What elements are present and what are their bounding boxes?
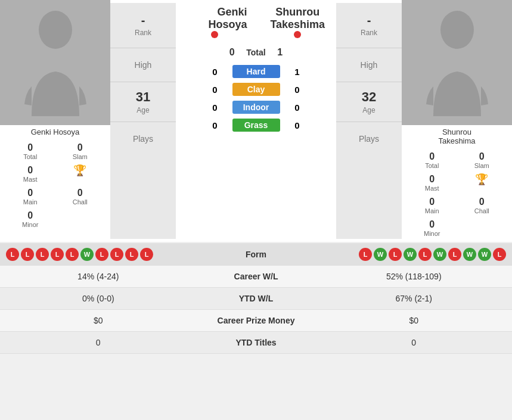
left-rank-label: Rank bbox=[135, 29, 151, 37]
right-player-name: ShunrouTakeshima bbox=[402, 125, 512, 147]
left-age-value: 31 bbox=[136, 89, 150, 105]
stat-center-label-1: YTD W/L bbox=[191, 294, 322, 303]
surface-left-score: 0 bbox=[210, 120, 221, 130]
right-slam-label: Slam bbox=[458, 162, 507, 169]
left-age-block: 31 Age bbox=[110, 82, 176, 122]
right-trophy-cell: 🏆 bbox=[458, 172, 507, 194]
right-age-block: 32 Age bbox=[336, 82, 402, 122]
form-badge: W bbox=[80, 248, 94, 261]
form-badge: L bbox=[493, 248, 506, 261]
surface-left-score: 0 bbox=[210, 67, 221, 77]
right-minor-cell: 0 Minor bbox=[408, 217, 457, 239]
right-age-value: 32 bbox=[362, 89, 376, 105]
left-main-label: Main bbox=[6, 198, 55, 206]
surface-row-clay: 0 Clay 0 bbox=[179, 80, 333, 98]
right-mast-cell: 0 Mast bbox=[408, 172, 457, 194]
form-badge: L bbox=[125, 248, 138, 261]
form-badge: L bbox=[21, 248, 34, 261]
right-player-silhouette bbox=[421, 9, 493, 116]
left-mast-value: 0 bbox=[6, 165, 55, 176]
left-detail-panel: - Rank High 31 Age Plays bbox=[110, 3, 176, 239]
form-badge: L bbox=[448, 248, 461, 261]
bottom-stats: 14% (4-24) Career W/L 52% (118-109) 0% (… bbox=[0, 266, 512, 354]
right-chall-cell: 0 Chall bbox=[458, 195, 507, 216]
left-mast-label: Mast bbox=[6, 176, 55, 183]
form-label: Form bbox=[153, 250, 359, 259]
stats-row-3: 0 YTD Titles 0 bbox=[0, 332, 512, 354]
right-total-value: 0 bbox=[408, 151, 457, 162]
right-slam-value: 0 bbox=[458, 151, 507, 162]
left-player-block: Genki Hosoya 0 Total 0 Slam 0 Mast bbox=[0, 0, 110, 242]
surface-btn-grass[interactable]: Grass bbox=[232, 119, 280, 132]
form-badge: L bbox=[36, 248, 49, 261]
surface-right-score: 1 bbox=[292, 67, 303, 77]
stat-right-val-3: 0 bbox=[322, 338, 507, 347]
surface-rows: 0 Hard 1 0 Clay 0 0 Indoor 0 0 Grass 0 bbox=[179, 63, 333, 134]
form-badge: W bbox=[478, 248, 491, 261]
form-badge: W bbox=[463, 248, 476, 261]
right-player-block: ShunrouTakeshima 0 Total 0 Slam 0 Mast bbox=[402, 0, 512, 242]
form-badge: L bbox=[66, 248, 79, 261]
left-slam-cell: 0 Slam bbox=[56, 141, 105, 162]
right-red-dot bbox=[294, 31, 301, 38]
main-container: Genki Hosoya 0 Total 0 Slam 0 Mast bbox=[0, 0, 512, 354]
stat-left-val-2: $0 bbox=[6, 316, 191, 325]
left-total-label: Total bbox=[6, 153, 55, 160]
form-section: LLLLLWLLLL Form LWLWLWLWWL bbox=[0, 243, 512, 266]
stat-right-val-0: 52% (118-109) bbox=[322, 272, 507, 281]
right-total-score: 1 bbox=[275, 47, 286, 58]
right-player-stats: 0 Total 0 Slam 0 Mast 🏆 0 bbox=[402, 147, 512, 242]
surface-btn-indoor[interactable]: Indoor bbox=[232, 101, 280, 114]
stat-right-val-2: $0 bbox=[322, 316, 507, 325]
right-main-cell: 0 Main bbox=[408, 195, 457, 216]
right-slam-cell: 0 Slam bbox=[458, 150, 507, 171]
left-rank-block: - Rank bbox=[110, 3, 176, 48]
left-form-badges: LLLLLWLLLL bbox=[6, 248, 153, 261]
stat-left-val-3: 0 bbox=[6, 338, 191, 347]
right-minor-value: 0 bbox=[408, 219, 457, 230]
svg-point-0 bbox=[39, 11, 72, 49]
form-badge: L bbox=[110, 248, 123, 261]
stat-left-val-0: 14% (4-24) bbox=[6, 272, 191, 281]
left-plays-label: Plays bbox=[133, 134, 153, 144]
top-area: Genki Hosoya 0 Total 0 Slam 0 Mast bbox=[0, 0, 512, 242]
left-total-value: 0 bbox=[6, 142, 55, 153]
surface-btn-hard[interactable]: Hard bbox=[232, 65, 280, 78]
surface-row-grass: 0 Grass 0 bbox=[179, 116, 333, 134]
total-label: Total bbox=[246, 48, 265, 57]
surface-right-score: 0 bbox=[292, 85, 303, 95]
form-badge: W bbox=[433, 248, 446, 261]
left-chall-cell: 0 Chall bbox=[56, 186, 105, 207]
left-age-label: Age bbox=[136, 106, 149, 114]
stats-row-2: $0 Career Prize Money $0 bbox=[0, 310, 512, 332]
right-age-label: Age bbox=[362, 106, 375, 114]
left-slam-label: Slam bbox=[56, 153, 105, 160]
left-high-label: High bbox=[135, 60, 152, 70]
left-player-photo bbox=[0, 0, 110, 125]
left-high-block: High bbox=[110, 48, 176, 82]
stats-row-0: 14% (4-24) Career W/L 52% (118-109) bbox=[0, 266, 512, 288]
svg-point-1 bbox=[440, 11, 474, 49]
left-total-cell: 0 Total bbox=[6, 141, 55, 162]
left-trophy-icon: 🏆 bbox=[56, 165, 105, 176]
right-high-label: High bbox=[361, 60, 378, 70]
stat-center-label-3: YTD Titles bbox=[191, 338, 322, 347]
left-trophy-cell: 🏆 bbox=[56, 163, 105, 185]
surface-row-indoor: 0 Indoor 0 bbox=[179, 98, 333, 116]
right-form-badges: LWLWLWLWWL bbox=[359, 248, 506, 261]
left-red-dot bbox=[211, 31, 218, 38]
surface-btn-clay[interactable]: Clay bbox=[232, 83, 280, 96]
form-badge: L bbox=[389, 248, 402, 261]
right-plays-block: Plays bbox=[336, 122, 402, 155]
left-chall-label: Chall bbox=[56, 198, 105, 206]
total-row: 0 Total 1 bbox=[179, 42, 333, 63]
right-total-label: Total bbox=[408, 162, 457, 169]
stat-center-label-2: Career Prize Money bbox=[191, 316, 322, 325]
right-rank-value: - bbox=[367, 14, 371, 27]
left-rank-value: - bbox=[141, 14, 145, 27]
right-plays-label: Plays bbox=[359, 134, 379, 144]
right-name-top: ShunrouTakeshima bbox=[265, 6, 331, 31]
stat-right-val-1: 67% (2-1) bbox=[322, 294, 507, 303]
stat-center-label-0: Career W/L bbox=[191, 272, 322, 281]
left-minor-cell: 0 Minor bbox=[6, 209, 55, 230]
